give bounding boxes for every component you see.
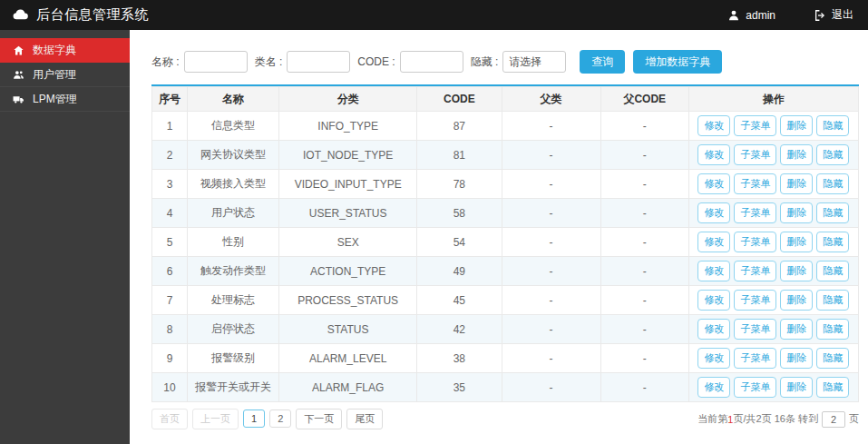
row-action-submenu-button[interactable]: 子菜单 [734, 173, 776, 194]
hidden-field-group: 隐藏 :请选择 [471, 51, 567, 73]
row-action-submenu-button[interactable]: 子菜单 [734, 319, 776, 340]
row-action-submenu-button[interactable]: 子菜单 [734, 144, 776, 165]
name-field-group: 名称 : [151, 51, 248, 73]
cell-index: 8 [152, 315, 188, 344]
table-row: 4用户状态USER_STATUS58--修改子菜单删除隐藏 [152, 199, 859, 228]
page-button-last[interactable]: 尾页 [346, 409, 383, 429]
cell-category: PROCESS_STATUS [279, 286, 417, 315]
row-action-edit-button[interactable]: 修改 [697, 115, 730, 136]
cell-category: ACTION_TYPE [279, 257, 417, 286]
hidden-label: 隐藏 : [471, 54, 499, 70]
logout-button[interactable]: 退出 [814, 7, 853, 23]
row-action-submenu-button[interactable]: 子菜单 [734, 290, 776, 311]
code-input[interactable] [400, 51, 463, 73]
page-button-next[interactable]: 下一页 [296, 409, 342, 429]
cell-code: 42 [417, 315, 502, 344]
column-header-parent-code: 父CODE [600, 87, 688, 112]
summary-prefix: 当前第 [697, 412, 727, 426]
row-action-edit-button[interactable]: 修改 [697, 348, 730, 369]
row-action-delete-button[interactable]: 删除 [780, 144, 813, 165]
cell-name: 网关协议类型 [187, 141, 278, 170]
row-action-edit-button[interactable]: 修改 [697, 202, 730, 223]
row-action-edit-button[interactable]: 修改 [697, 232, 730, 252]
logout-label: 退出 [832, 7, 853, 23]
row-action-delete-button[interactable]: 删除 [780, 319, 813, 340]
pagination: 首页上一页12下一页尾页 [151, 409, 387, 429]
cell-category: SEX [279, 228, 417, 257]
cell-actions: 修改子菜单删除隐藏 [688, 286, 858, 315]
table-row: 7处理标志PROCESS_STATUS45--修改子菜单删除隐藏 [152, 286, 859, 315]
row-action-submenu-button[interactable]: 子菜单 [734, 115, 776, 136]
hidden-select[interactable]: 请选择 [502, 51, 566, 73]
goto-page-input[interactable] [822, 411, 845, 428]
row-action-submenu-button[interactable]: 子菜单 [734, 232, 776, 252]
cell-code: 58 [417, 199, 502, 228]
row-action-submenu-button[interactable]: 子菜单 [734, 202, 776, 223]
row-action-edit-button[interactable]: 修改 [697, 173, 730, 194]
cell-parent-code: - [600, 112, 688, 141]
row-action-delete-button[interactable]: 删除 [780, 377, 813, 398]
page-button-page-2[interactable]: 2 [269, 409, 291, 428]
row-action-hide-button[interactable]: 隐藏 [816, 377, 849, 398]
column-header-category: 分类 [279, 87, 417, 112]
sidebar-item-users[interactable]: 用户管理 [0, 63, 130, 87]
row-action-hide-button[interactable]: 隐藏 [816, 319, 849, 340]
column-header-code: CODE [417, 87, 502, 112]
row-action-edit-button[interactable]: 修改 [697, 261, 730, 281]
code-label: CODE : [357, 55, 395, 68]
row-action-edit-button[interactable]: 修改 [697, 290, 730, 311]
row-action-edit-button[interactable]: 修改 [697, 319, 730, 340]
row-action-delete-button[interactable]: 删除 [780, 348, 813, 369]
main-content: 名称 :类名 :CODE :隐藏 :请选择 查询 增加数据字典 序号名称分类CO… [130, 30, 868, 429]
row-action-edit-button[interactable]: 修改 [697, 377, 730, 398]
page-button-page-1[interactable]: 1 [243, 409, 265, 428]
name-input[interactable] [184, 51, 248, 73]
cell-code: 35 [417, 373, 502, 402]
row-action-hide-button[interactable]: 隐藏 [816, 232, 849, 252]
table-header-row: 序号名称分类CODE父类父CODE操作 [152, 87, 859, 112]
row-action-delete-button[interactable]: 删除 [780, 261, 813, 281]
sidebar-item-home[interactable]: 数据字典 [0, 38, 130, 63]
row-action-edit-button[interactable]: 修改 [697, 144, 730, 165]
sidebar-item-truck[interactable]: LPM管理 [0, 87, 130, 112]
page-button-prev: 上一页 [192, 409, 239, 429]
add-dict-button[interactable]: 增加数据字典 [633, 50, 722, 74]
row-action-delete-button[interactable]: 删除 [780, 232, 813, 252]
sidebar-item-label: LPM管理 [33, 92, 77, 107]
logout-icon [814, 9, 826, 22]
query-button[interactable]: 查询 [580, 50, 625, 74]
cell-code: 38 [417, 344, 502, 373]
cell-name: 触发动作类型 [187, 257, 278, 286]
row-action-submenu-button[interactable]: 子菜单 [734, 348, 776, 369]
user-menu[interactable]: admin [727, 9, 775, 22]
cell-actions: 修改子菜单删除隐藏 [688, 199, 858, 228]
row-action-hide-button[interactable]: 隐藏 [816, 348, 849, 369]
row-action-hide-button[interactable]: 隐藏 [816, 261, 849, 281]
row-action-hide-button[interactable]: 隐藏 [816, 115, 849, 136]
row-action-delete-button[interactable]: 删除 [780, 202, 813, 223]
class-name-input[interactable] [287, 51, 350, 73]
row-action-hide-button[interactable]: 隐藏 [816, 144, 849, 165]
cloud-logo-icon [12, 6, 29, 24]
row-action-submenu-button[interactable]: 子菜单 [734, 261, 776, 281]
cell-name: 信息类型 [187, 112, 278, 141]
pagination-summary: 当前第1页/共2页 16条 转到 页 [697, 411, 859, 428]
table-row: 10报警开关或开关ALARM_FLAG35--修改子菜单删除隐藏 [152, 373, 859, 402]
cell-parent-code: - [600, 170, 688, 199]
row-action-delete-button[interactable]: 删除 [780, 290, 813, 311]
topbar-right: admin 退出 [727, 7, 853, 23]
row-action-hide-button[interactable]: 隐藏 [816, 290, 849, 311]
row-action-submenu-button[interactable]: 子菜单 [734, 377, 776, 398]
topbar: 后台信息管理系统 admin 退出 [0, 0, 868, 30]
row-action-hide-button[interactable]: 隐藏 [816, 173, 849, 194]
cell-category: USER_STATUS [279, 199, 417, 228]
cell-parent-code: - [600, 315, 688, 344]
cell-index: 3 [152, 170, 188, 199]
row-action-hide-button[interactable]: 隐藏 [816, 202, 849, 223]
page-button-first: 首页 [151, 409, 188, 429]
cell-actions: 修改子菜单删除隐藏 [688, 373, 858, 402]
sidebar: 数据字典用户管理LPM管理 [0, 30, 130, 444]
row-action-delete-button[interactable]: 删除 [780, 115, 813, 136]
cell-category: STATUS [279, 315, 417, 344]
row-action-delete-button[interactable]: 删除 [780, 173, 813, 194]
